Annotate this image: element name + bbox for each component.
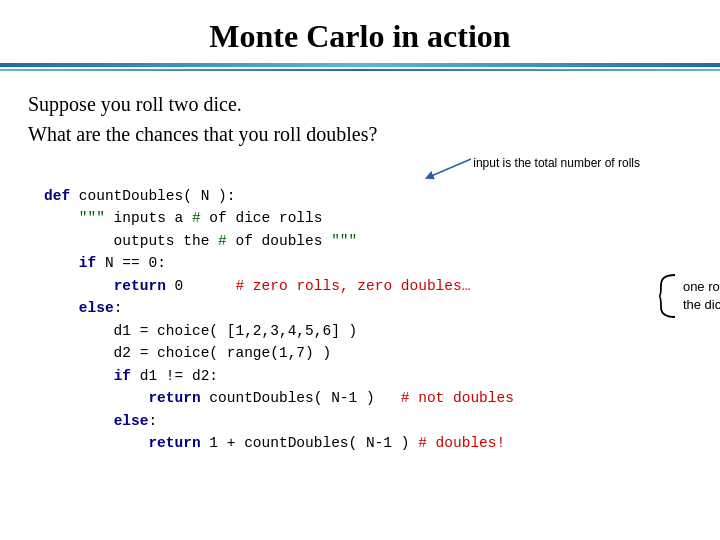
- brace-line2: the dice: [683, 296, 720, 314]
- code-line-12: return 1 + countDoubles( N-1 ) # doubles…: [44, 432, 720, 454]
- brace-annotation: one roll of the dice: [657, 273, 720, 319]
- annotation-text: input is the total number of rolls: [473, 156, 640, 170]
- code-line-11: else:: [44, 410, 720, 432]
- brace-line1: one roll of: [683, 278, 720, 296]
- slide-title: Monte Carlo in action: [0, 0, 720, 63]
- code-line-1: def countDoubles( N ):: [44, 185, 720, 207]
- code-line-9: if d1 != d2:: [44, 365, 720, 387]
- slide: Monte Carlo in action Suppose you roll t…: [0, 0, 720, 540]
- code-line-10: return countDoubles( N-1 ) # not doubles: [44, 387, 720, 409]
- annotation-row: input is the total number of rolls: [0, 153, 720, 171]
- svg-line-1: [429, 159, 471, 177]
- subtitle-line1: Suppose you roll two dice.: [28, 89, 720, 119]
- code-line-7: d1 = choice( [1,2,3,4,5,6] ): [44, 320, 720, 342]
- subtitle-line2: What are the chances that you roll doubl…: [28, 119, 720, 149]
- subtitle: Suppose you roll two dice. What are the …: [0, 81, 720, 149]
- code-line-3: outputs the # of doubles """: [44, 230, 720, 252]
- brace-label: one roll of the dice: [683, 278, 720, 314]
- divider-top: [0, 63, 720, 67]
- code-line-5: return 0 # zero rolls, zero doubles…: [44, 275, 720, 297]
- code-block: def countDoubles( N ): """ inputs a # of…: [44, 185, 720, 455]
- annotation-arrow: [421, 155, 481, 185]
- code-line-2: """ inputs a # of dice rolls: [44, 207, 720, 229]
- code-line-8: d2 = choice( range(1,7) ): [44, 342, 720, 364]
- brace-svg: [657, 273, 679, 319]
- divider-bottom: [0, 69, 720, 71]
- code-line-6: else:: [44, 297, 720, 319]
- code-line-4: if N == 0:: [44, 252, 720, 274]
